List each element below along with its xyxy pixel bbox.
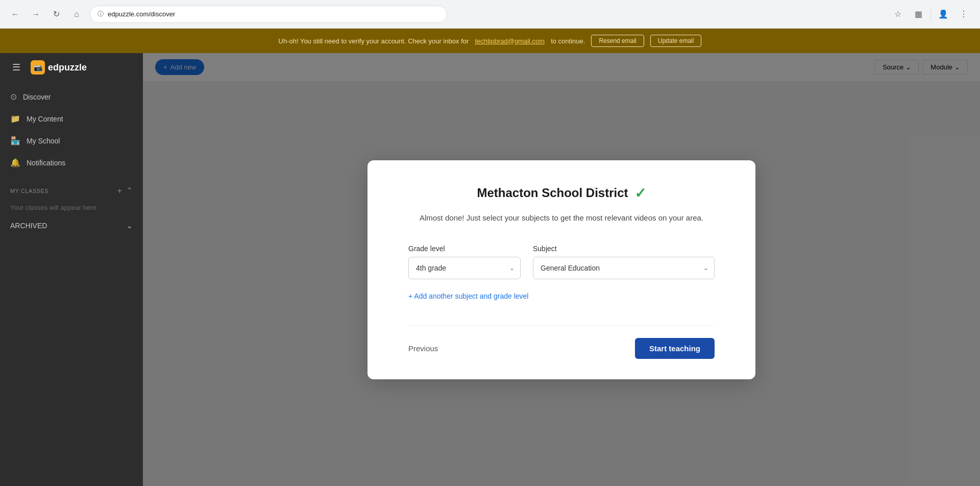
sidebar-item-my-content[interactable]: 📁 My Content <box>0 108 143 130</box>
notification-bar: Uh-oh! You still need to verify your acc… <box>0 29 980 53</box>
sidebar-logo: 📷 edpuzzle <box>31 60 87 75</box>
notification-email[interactable]: techtipbrad@gmail.com <box>475 37 545 45</box>
subject-form-row: Grade level Kindergarten 1st grade 2nd g… <box>408 245 715 279</box>
modal-subtitle: Almost done! Just select your subjects t… <box>408 212 715 224</box>
home-button[interactable]: ⌂ <box>69 7 84 21</box>
sidebar-item-notifications[interactable]: 🔔 Notifications <box>0 152 143 174</box>
checkmark-icon: ✓ <box>634 185 646 202</box>
sidebar-nav: ⊙ Discover 📁 My Content 🏪 My School 🔔 No… <box>0 82 143 178</box>
modal-overlay: Methacton School District ✓ Almost done!… <box>143 53 980 486</box>
my-classes-section: MY CLASSES + ⌃ <box>0 178 143 200</box>
reload-button[interactable]: ↻ <box>49 7 63 21</box>
grade-select[interactable]: Kindergarten 1st grade 2nd grade 3rd gra… <box>408 257 521 279</box>
url-text: edpuzzle.com/discover <box>108 10 175 18</box>
sidebar: ☰ 📷 edpuzzle ⊙ Discover 📁 My Content 🏪 <box>0 53 143 486</box>
logo-text: edpuzzle <box>48 62 87 73</box>
main-content: + Add new Source ⌄ Module ⌄ <box>143 53 980 486</box>
previous-button[interactable]: Previous <box>408 344 438 353</box>
collapse-classes-button[interactable]: ⌃ <box>126 186 133 196</box>
logo-icon: 📷 <box>31 60 45 75</box>
grade-form-group: Grade level Kindergarten 1st grade 2nd g… <box>408 245 521 279</box>
sidebar-item-label: My School <box>27 137 60 145</box>
sidebar-menu-button[interactable]: ☰ <box>8 59 24 76</box>
chevron-down-icon: ⌄ <box>127 222 133 230</box>
start-teaching-button[interactable]: Start teaching <box>635 338 715 359</box>
address-bar[interactable]: ⓘ edpuzzle.com/discover <box>90 6 447 23</box>
security-icon: ⓘ <box>97 10 104 18</box>
sidebar-item-my-school[interactable]: 🏪 My School <box>0 130 143 152</box>
bookmark-button[interactable]: ☆ <box>890 6 906 22</box>
modal-title: Methacton School District ✓ <box>408 185 715 202</box>
setup-modal: Methacton School District ✓ Almost done!… <box>368 160 755 379</box>
grade-select-wrapper: Kindergarten 1st grade 2nd grade 3rd gra… <box>408 257 521 279</box>
discover-icon: ⊙ <box>10 92 17 102</box>
subject-form-group: Subject General Education Math Science E… <box>533 245 715 279</box>
subject-label: Subject <box>533 245 715 253</box>
sidebar-item-discover[interactable]: ⊙ Discover <box>0 86 143 108</box>
empty-classes-text: Your classes will appear here <box>0 200 143 215</box>
profile-button[interactable]: 👤 <box>935 6 951 22</box>
sidebar-header: ☰ 📷 edpuzzle <box>0 53 143 82</box>
browser-chrome: ← → ↻ ⌂ ⓘ edpuzzle.com/discover ☆ ▦ 👤 ⋮ <box>0 0 980 29</box>
extensions-button[interactable]: ▦ <box>910 6 926 22</box>
archived-label: ARCHIVED <box>10 222 47 230</box>
forward-button[interactable]: → <box>29 7 43 21</box>
menu-button[interactable]: ⋮ <box>955 6 972 22</box>
notification-text2: to continue. <box>551 37 585 45</box>
sidebar-item-label: My Content <box>27 115 63 123</box>
add-subject-link[interactable]: + Add another subject and grade level <box>408 292 528 300</box>
sidebar-archived[interactable]: ARCHIVED ⌄ <box>0 215 143 236</box>
app-area: ☰ 📷 edpuzzle ⊙ Discover 📁 My Content 🏪 <box>0 53 980 486</box>
update-email-button[interactable]: Update email <box>650 35 702 47</box>
modal-footer: Previous Start teaching <box>408 325 715 359</box>
notification-text1: Uh-oh! You still need to verify your acc… <box>279 37 469 45</box>
subject-select[interactable]: General Education Math Science English S… <box>533 257 715 279</box>
page-wrapper: Uh-oh! You still need to verify your acc… <box>0 29 980 486</box>
notifications-icon: 🔔 <box>10 158 20 167</box>
grade-label: Grade level <box>408 245 521 253</box>
resend-email-button[interactable]: Resend email <box>591 35 644 47</box>
my-content-icon: 📁 <box>10 114 20 124</box>
sidebar-section-actions: + ⌃ <box>117 186 133 196</box>
my-school-icon: 🏪 <box>10 136 20 145</box>
add-class-button[interactable]: + <box>117 186 122 196</box>
sidebar-item-label: Discover <box>23 93 51 101</box>
subject-select-wrapper: General Education Math Science English S… <box>533 257 715 279</box>
my-classes-label: MY CLASSES <box>10 188 48 194</box>
back-button[interactable]: ← <box>8 7 22 21</box>
sidebar-item-label: Notifications <box>27 159 65 167</box>
browser-right-icons: ☆ ▦ 👤 ⋮ <box>890 6 972 22</box>
